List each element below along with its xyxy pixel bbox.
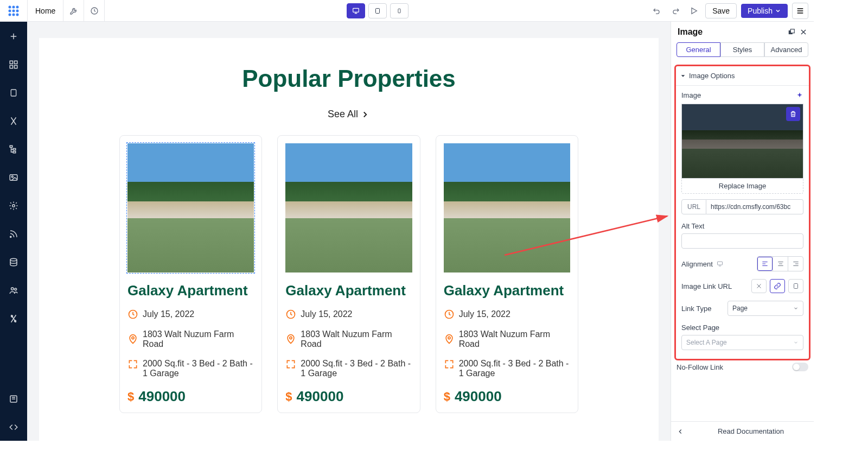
card-price: 490000 — [138, 388, 186, 405]
page-icon[interactable] — [5, 85, 22, 101]
card-title[interactable]: Galaxy Apartment — [127, 282, 254, 299]
svg-rect-21 — [13, 151, 16, 153]
book-icon[interactable] — [5, 391, 22, 407]
grid-icon[interactable] — [5, 56, 22, 73]
wrench-icon[interactable] — [63, 0, 84, 22]
card-image[interactable] — [444, 143, 570, 272]
align-center-icon[interactable] — [773, 257, 788, 271]
pin-icon — [127, 334, 138, 345]
svg-point-0 — [9, 5, 11, 8]
card-image[interactable] — [127, 143, 254, 272]
users-icon[interactable] — [5, 282, 22, 299]
property-card[interactable]: Galaxy Apartment July 15, 2022 1803 Walt… — [436, 135, 578, 413]
trash-icon[interactable] — [786, 107, 800, 121]
tab-styles[interactable]: Styles — [720, 42, 764, 57]
page-heading[interactable]: Popular Properties — [39, 65, 659, 92]
undo-icon[interactable] — [650, 4, 664, 18]
tree-icon[interactable] — [5, 141, 22, 157]
svg-point-28 — [15, 288, 17, 290]
close-icon[interactable] — [800, 28, 807, 36]
svg-point-25 — [10, 236, 11, 237]
svg-rect-17 — [15, 66, 17, 68]
database-icon[interactable] — [5, 254, 22, 270]
no-follow-label: No-Follow Link — [676, 363, 723, 371]
sliders-icon[interactable] — [5, 310, 22, 327]
properties-panel: Image General Styles Advanced Image Opti… — [671, 22, 814, 441]
card-details: 2000 Sq.fit - 3 Bed - 2 Bath - 1 Garage — [143, 359, 254, 378]
device-tablet-icon[interactable] — [368, 3, 387, 18]
property-card[interactable]: Galaxy Apartment July 15, 2022 1803 Walt… — [119, 135, 262, 413]
history-icon[interactable] — [84, 0, 105, 22]
select-page-select[interactable]: Select A Page — [681, 335, 803, 350]
gear-icon[interactable] — [5, 198, 22, 214]
svg-point-37 — [448, 337, 450, 339]
svg-rect-19 — [10, 145, 12, 147]
no-follow-toggle[interactable] — [792, 363, 808, 371]
left-nav — [0, 22, 27, 441]
svg-point-27 — [11, 288, 14, 290]
redo-icon[interactable] — [668, 4, 682, 18]
desktop-small-icon — [716, 261, 724, 267]
image-link-url-label: Image Link URL — [681, 282, 732, 290]
image-options-header[interactable]: Image Options — [676, 66, 809, 86]
svg-rect-42 — [794, 284, 798, 289]
replace-image-button[interactable]: Replace Image — [681, 179, 803, 194]
read-documentation-link[interactable]: Read Documentation — [718, 427, 784, 435]
align-right-icon[interactable] — [788, 257, 803, 271]
card-date: July 15, 2022 — [143, 309, 194, 319]
card-title[interactable]: Galaxy Apartment — [285, 282, 412, 299]
card-address: 1803 Walt Nuzum Farm Road — [143, 329, 254, 349]
svg-rect-15 — [15, 61, 17, 64]
svg-point-35 — [290, 337, 292, 339]
alt-text-input[interactable] — [681, 233, 803, 249]
svg-point-24 — [12, 205, 15, 207]
sparkle-icon[interactable] — [796, 92, 803, 99]
image-preview[interactable]: Replace Image — [681, 104, 803, 194]
svg-point-1 — [12, 5, 15, 8]
link-type-select[interactable]: Page — [727, 301, 803, 316]
collapse-icon[interactable] — [5, 419, 22, 435]
device-desktop-icon[interactable] — [347, 3, 365, 18]
align-left-icon[interactable] — [757, 257, 773, 271]
publish-button[interactable]: Publish — [741, 4, 788, 18]
popout-icon[interactable] — [788, 28, 795, 36]
canvas[interactable]: Popular Properties See All Galaxy Apartm… — [27, 22, 671, 441]
card-image[interactable] — [285, 143, 412, 272]
tab-general[interactable]: General — [676, 42, 720, 57]
card-date: July 15, 2022 — [459, 309, 510, 319]
expand-icon — [127, 359, 138, 370]
property-card[interactable]: Galaxy Apartment July 15, 2022 1803 Walt… — [277, 135, 420, 413]
svg-marker-13 — [692, 8, 697, 14]
device-mobile-icon[interactable] — [390, 3, 409, 18]
link-type-label: Link Type — [681, 305, 711, 313]
image-icon[interactable] — [5, 169, 22, 186]
link-none-icon[interactable] — [751, 279, 767, 293]
add-icon[interactable] — [5, 28, 22, 45]
expand-icon — [444, 359, 455, 370]
link-url-icon[interactable] — [770, 279, 785, 293]
highlighted-section: Image Options Image Replace Image URL — [674, 65, 810, 360]
see-all-link[interactable]: See All — [39, 109, 659, 120]
play-icon[interactable] — [687, 4, 701, 18]
back-icon[interactable] — [676, 428, 684, 435]
tab-advanced[interactable]: Advanced — [764, 42, 808, 57]
link-page-icon[interactable] — [788, 279, 803, 293]
save-button[interactable]: Save — [705, 3, 737, 18]
card-title[interactable]: Galaxy Apartment — [444, 282, 570, 299]
svg-point-33 — [132, 337, 134, 339]
svg-point-23 — [11, 176, 13, 178]
expand-icon — [285, 359, 296, 370]
alignment-label: Alignment — [681, 260, 713, 268]
tools-icon[interactable] — [5, 113, 22, 129]
svg-point-7 — [12, 13, 15, 16]
tab-home[interactable]: Home — [27, 0, 63, 22]
rss-icon[interactable] — [5, 226, 22, 242]
menu-icon[interactable] — [792, 3, 808, 19]
pin-icon — [285, 334, 296, 345]
svg-point-5 — [16, 9, 19, 12]
url-input[interactable] — [706, 199, 803, 214]
card-price: 490000 — [297, 388, 344, 405]
app-logo[interactable] — [0, 0, 27, 22]
svg-point-26 — [10, 258, 17, 261]
svg-rect-14 — [10, 61, 12, 64]
